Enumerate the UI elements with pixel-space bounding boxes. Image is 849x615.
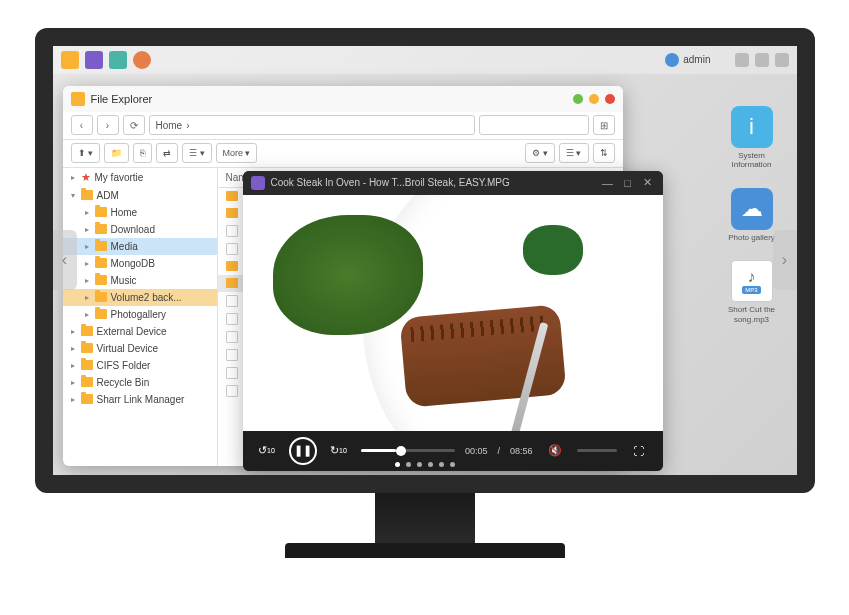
sidebar-item[interactable]: ▸CIFS Folder: [63, 357, 217, 374]
sidebar-item[interactable]: ▸Sharr Link Manager: [63, 391, 217, 408]
monitor-frame: admin File Explorer ‹ › ⟳ Home › ⊞ ⬆ ▾ 📁…: [35, 28, 815, 588]
page-dot[interactable]: [406, 462, 411, 467]
sidebar-item[interactable]: ▸Download: [63, 221, 217, 238]
new-folder-button[interactable]: 📁: [104, 143, 129, 163]
monitor-base: [285, 543, 565, 558]
chat-icon[interactable]: [735, 53, 749, 67]
sidebar-item[interactable]: ▾ADM: [63, 187, 217, 204]
forward-button[interactable]: ›: [97, 115, 119, 135]
sidebar-item[interactable]: ▸Virtual Device: [63, 340, 217, 357]
grid-view-button[interactable]: ⊞: [593, 115, 615, 135]
folder-icon: [71, 92, 85, 106]
delete-button[interactable]: ☰ ▾: [182, 143, 212, 163]
expand-caret-icon[interactable]: ▸: [83, 293, 91, 302]
expand-caret-icon[interactable]: ▸: [69, 378, 77, 387]
taskbar-music-icon[interactable]: [133, 51, 151, 69]
move-button[interactable]: ⇄: [156, 143, 178, 163]
page-dot[interactable]: [395, 462, 400, 467]
folder-icon: [95, 275, 107, 285]
sidebar-item-label: Media: [111, 241, 138, 252]
maximize-button[interactable]: □: [621, 176, 635, 190]
video-viewport[interactable]: [243, 195, 663, 431]
progress-bar[interactable]: [361, 449, 455, 452]
forward-button[interactable]: ↻10: [327, 439, 351, 463]
sidebar-item[interactable]: ▸Music: [63, 272, 217, 289]
upload-button[interactable]: ⬆ ▾: [71, 143, 101, 163]
close-dot[interactable]: [605, 94, 615, 104]
expand-caret-icon[interactable]: ▾: [69, 191, 77, 200]
settings-button[interactable]: ⚙ ▾: [525, 143, 555, 163]
expand-caret-icon[interactable]: ▸: [83, 310, 91, 319]
expand-caret-icon[interactable]: ▸: [69, 344, 77, 353]
close-button[interactable]: ✕: [641, 176, 655, 190]
file-icon: [226, 295, 238, 307]
expand-caret-icon[interactable]: ▸: [83, 208, 91, 217]
video-title: Cook Steak In Oven - How T...Broil Steak…: [271, 177, 595, 188]
taskbar-media-icon[interactable]: [85, 51, 103, 69]
folder-icon: [95, 309, 107, 319]
sidebar-item[interactable]: ▸★My favortie: [63, 168, 217, 187]
volume-slider[interactable]: [577, 449, 617, 452]
sidebar-item[interactable]: ▸Recycle Bin: [63, 374, 217, 391]
page-dot[interactable]: [450, 462, 455, 467]
sidebar: ▸★My favortie▾ADM▸Home▸Download▸Media▸Mo…: [63, 168, 218, 466]
fullscreen-button[interactable]: ⛶: [627, 439, 651, 463]
folder-icon: [226, 261, 238, 271]
file-icon: [226, 313, 238, 325]
salad-graphic: [273, 215, 423, 335]
username-label: admin: [683, 54, 710, 65]
expand-caret-icon[interactable]: ▸: [83, 242, 91, 251]
sort-button[interactable]: ⇅: [593, 143, 615, 163]
expand-caret-icon[interactable]: ▸: [83, 225, 91, 234]
back-button[interactable]: ‹: [71, 115, 93, 135]
sidebar-item[interactable]: ▸External Device: [63, 323, 217, 340]
sidebar-item[interactable]: ▸Media: [63, 238, 217, 255]
steak-graphic: [399, 304, 566, 408]
desktop-screen: admin File Explorer ‹ › ⟳ Home › ⊞ ⬆ ▾ 📁…: [35, 28, 815, 493]
page-dot[interactable]: [439, 462, 444, 467]
breadcrumb[interactable]: Home ›: [149, 115, 475, 135]
monitor-stand: [375, 493, 475, 543]
expand-caret-icon[interactable]: ▸: [69, 173, 77, 182]
sidebar-item-label: External Device: [97, 326, 167, 337]
player-app-icon: [251, 176, 265, 190]
prev-page-arrow[interactable]: ‹: [53, 230, 77, 290]
sidebar-item[interactable]: ▸Photogallery: [63, 306, 217, 323]
pause-button[interactable]: ❚❚: [289, 437, 317, 465]
view-mode-button[interactable]: ☰ ▾: [559, 143, 589, 163]
expand-caret-icon[interactable]: ▸: [69, 361, 77, 370]
taskbar-photo-icon[interactable]: [109, 51, 127, 69]
sidebar-item-label: Recycle Bin: [97, 377, 150, 388]
folder-icon: [226, 278, 238, 288]
maximize-dot[interactable]: [589, 94, 599, 104]
expand-caret-icon[interactable]: ▸: [69, 327, 77, 336]
sidebar-item[interactable]: ▸Home: [63, 204, 217, 221]
menu-icon[interactable]: [775, 53, 789, 67]
mute-button[interactable]: 🔇: [543, 439, 567, 463]
next-page-arrow[interactable]: ›: [773, 230, 797, 290]
expand-caret-icon[interactable]: ▸: [83, 259, 91, 268]
page-dot[interactable]: [428, 462, 433, 467]
file-explorer-titlebar[interactable]: File Explorer: [63, 86, 623, 112]
time-separator: /: [497, 446, 500, 456]
search-input[interactable]: [479, 115, 589, 135]
page-dot[interactable]: [417, 462, 422, 467]
copy-button[interactable]: ⎘: [133, 143, 152, 163]
folder-icon: [81, 343, 93, 353]
desktop-icons: iSystem Information☁Photo gallery♪MP3Sho…: [722, 106, 782, 325]
minimize-button[interactable]: —: [601, 176, 615, 190]
taskbar-files-icon[interactable]: [61, 51, 79, 69]
minimize-dot[interactable]: [573, 94, 583, 104]
search-icon[interactable]: [755, 53, 769, 67]
more-button[interactable]: More ▾: [216, 143, 258, 163]
expand-caret-icon[interactable]: ▸: [69, 395, 77, 404]
sidebar-item[interactable]: ▸MongoDB: [63, 255, 217, 272]
sidebar-item[interactable]: ▸Volume2 back...: [63, 289, 217, 306]
player-titlebar[interactable]: Cook Steak In Oven - How T...Broil Steak…: [243, 171, 663, 195]
user-indicator[interactable]: admin: [665, 53, 710, 67]
progress-thumb[interactable]: [396, 446, 406, 456]
rewind-button[interactable]: ↺10: [255, 439, 279, 463]
expand-caret-icon[interactable]: ▸: [83, 276, 91, 285]
refresh-button[interactable]: ⟳: [123, 115, 145, 135]
desktop-icon[interactable]: iSystem Information: [722, 106, 782, 170]
